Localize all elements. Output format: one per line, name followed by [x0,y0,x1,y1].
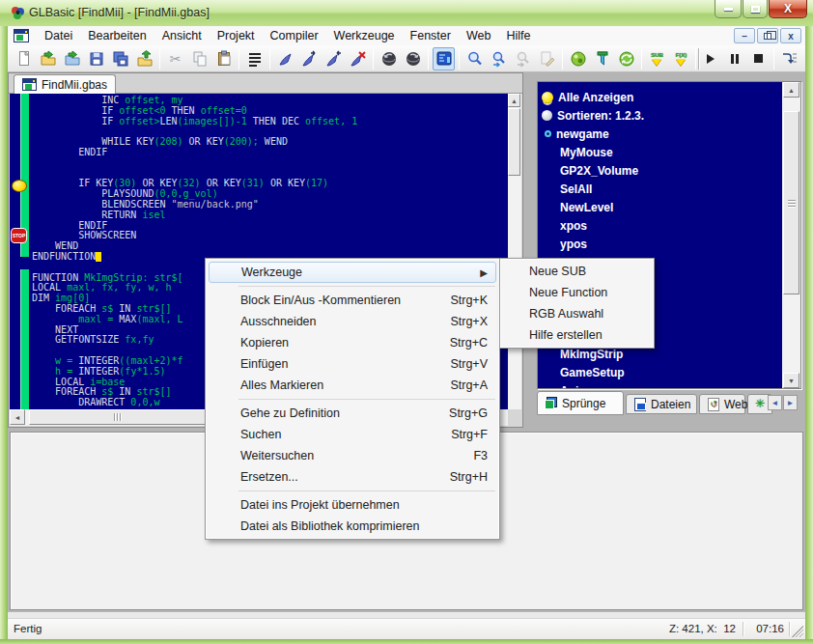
client-area: DateiBearbeitenAnsichtProjektCompilerWer… [8,26,805,639]
open-project-button[interactable] [61,47,83,70]
resize-grip[interactable] [792,626,803,637]
run-button[interactable] [699,47,721,70]
sidebar-item-label: ypos [560,238,587,251]
menubar-item-datei[interactable]: Datei [37,27,80,44]
editor-tab-findmii[interactable]: FindMii.gbas [14,74,116,94]
sidebar-item-xpos[interactable]: xpos [540,216,762,235]
scroll-thumb[interactable] [508,108,520,176]
sidebar-item-ypos[interactable]: ypos [540,235,762,253]
step-into-button[interactable] [802,47,805,70]
stop-button[interactable] [747,47,770,70]
editor-vertical-scrollbar[interactable]: ▲ [508,94,521,409]
sidebar-item-alle-anzeigen[interactable]: Alle Anzeigen [540,88,762,106]
scroll-left-button[interactable]: ◄ [10,409,25,425]
paste-button[interactable] [212,47,235,70]
scroll-thumb[interactable] [29,409,206,425]
step-over-button[interactable] [778,47,800,70]
sidebar-item-label: GP2X_Volume [560,164,638,178]
scroll-up-button[interactable]: ▲ [783,82,799,98]
line-list-button[interactable] [243,47,266,70]
build-all-button[interactable] [615,47,637,70]
mdi-restore-button[interactable] [757,28,778,43]
minimize-button[interactable] [715,0,742,18]
editor-tab-label: FindMii.gbas [42,78,107,92]
sidebar-item-newgame[interactable]: newgame [540,125,762,143]
menubar-item-ansicht[interactable]: Ansicht [154,27,210,44]
scroll-down-button[interactable]: ▼ [783,373,799,388]
find-in-files-button[interactable] [536,47,558,70]
context-menu-item-alles-markieren[interactable]: Alles MarkierenStrg+A [206,375,499,396]
menubar-item-compiler[interactable]: Compiler [263,27,326,44]
context-menu-item-einfügen[interactable]: EinfügenStrg+V [206,353,499,375]
sidebar-tab-web[interactable]: Web [699,394,745,414]
sidebar-item-selall[interactable]: SelAll [540,180,762,198]
find-button[interactable] [463,47,486,70]
debug-button[interactable] [567,47,589,70]
menubar-item-hilfe[interactable]: Hilfe [498,27,538,44]
window-border-right [805,0,813,644]
mdi-minimize-button[interactable]: – [734,28,755,43]
context-submenu-item-neue-sub[interactable]: Neue SUB [500,261,654,282]
context-menu-item-datei-als-bibliothek-komprimieren[interactable]: Datei als Bibliothek komprimieren [206,516,499,537]
context-menu-item-ersetzen[interactable]: Ersetzen...Strg+H [206,466,499,488]
sidebar-item-sortieren-1-2-3[interactable]: Sortieren: 1.2.3. [540,106,762,125]
save-export-button[interactable] [133,47,155,70]
context-submenu-item-rgb-auswahl[interactable]: RGB Auswahl [500,303,654,324]
mdi-workspace: FindMii.gbas STOP INC offset, my IF offs… [8,72,805,612]
sidebar-tab-sprünge[interactable]: Sprünge [537,391,624,415]
ide-layout-button[interactable] [433,47,455,70]
menubar-item-projekt[interactable]: Projekt [210,27,263,44]
history-back-button[interactable] [378,47,400,70]
context-menu-item-block-ein-aus-kommentieren[interactable]: Block Ein/Aus -KommentierenStrg+K [206,290,499,311]
context-submenu-item-hilfe-erstellen[interactable]: Hilfe erstellen [500,324,654,346]
thumb-grip [784,112,799,294]
new-file-button[interactable] [13,47,35,70]
bookmark-next-button[interactable] [298,47,321,70]
maximize-button[interactable] [743,0,768,18]
bookmark-toggle-button[interactable] [274,47,296,70]
context-menu-item-datei-ins-projekt-übernehmen[interactable]: Datei ins Projekt übernehmen [206,494,499,516]
mdi-close-button[interactable]: x [780,28,801,43]
context-menu-item-ausschneiden[interactable]: AusschneidenStrg+X [206,311,499,332]
context-menu-item-suchen[interactable]: SuchenStrg+F [206,424,499,445]
goto-sub-button[interactable]: SUB [646,47,668,70]
goto-function-button[interactable]: F(X) [670,47,692,70]
tab-scroll-right-button[interactable]: ► [783,395,798,410]
bookmark-clear-button[interactable] [347,47,369,70]
context-menu-item-werkzeuge[interactable]: Werkzeuge▶ [209,262,496,283]
sidebar-item-newlevel[interactable]: NewLevel [540,198,762,216]
context-menu-item-kopieren[interactable]: KopierenStrg+C [206,332,499,353]
sidebar-tab-label: Sprünge [562,397,605,410]
find-next-button[interactable] [488,47,510,70]
history-forward-button[interactable] [402,47,424,70]
sidebar-item-mymouse[interactable]: MyMouse [540,143,762,161]
context-submenu-item-neue-function[interactable]: Neue Function [500,282,654,303]
tab-scroll-left-button[interactable]: ◄ [768,395,782,410]
sidebar-item-gp2x-volume[interactable]: GP2X_Volume [540,161,762,180]
bookmark-icon[interactable] [12,180,27,192]
menubar-item-web[interactable]: Web [459,27,498,44]
replace-button[interactable] [512,47,534,70]
scroll-up-button[interactable]: ▲ [508,94,520,107]
sidebar-tab-dateien[interactable]: Dateien [626,394,697,414]
sidebar-item-ani[interactable]: Ani [540,381,762,388]
save-all-button[interactable] [109,47,131,70]
close-button[interactable]: X [769,0,807,18]
cut-button[interactable]: ✂ [164,47,186,70]
sidebar-scrollbar[interactable]: ▲ ▼ [782,82,800,388]
copy-button[interactable] [188,47,210,70]
bookmark-prev-button[interactable] [322,47,345,70]
context-menu-item-weitersuchen[interactable]: WeitersuchenF3 [206,445,499,466]
open-file-button[interactable] [37,47,59,70]
save-button[interactable] [85,47,107,70]
sidebar-item-gamesetup[interactable]: GameSetup [540,363,762,381]
title-bar[interactable]: GLBasic [FindMii] - [FindMii.gbas] X [0,0,813,26]
scroll-thumb[interactable] [783,111,799,294]
menubar-item-bearbeiten[interactable]: Bearbeiten [80,27,154,44]
compile-button[interactable] [591,47,613,70]
menubar-item-fenster[interactable]: Fenster [403,27,459,44]
pause-button[interactable] [723,47,745,70]
breakpoint-stop-icon[interactable]: STOP [11,228,27,243]
menubar-item-werkzeuge[interactable]: Werkzeuge [326,27,403,44]
context-menu-item-gehe-zu-definition[interactable]: Gehe zu DefinitionStrg+G [206,403,499,424]
